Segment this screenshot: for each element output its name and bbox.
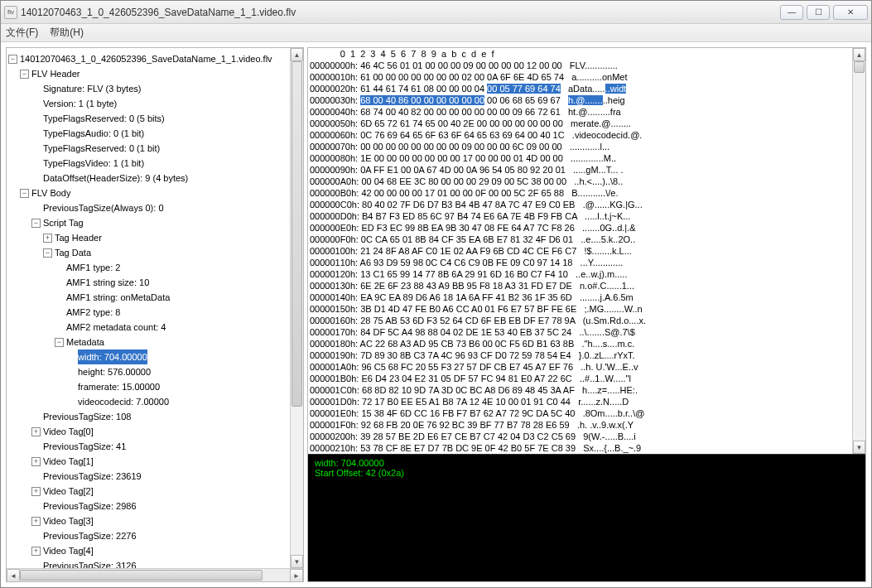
tree-script-tag[interactable]: −Script Tag	[8, 215, 288, 230]
expander-icon[interactable]: +	[31, 517, 41, 526]
tree-prev-tag-size[interactable]: PreviousTagSize: 108	[8, 409, 288, 424]
tree-flv-header-item[interactable]: Signature: FLV (3 bytes)	[8, 81, 288, 96]
expander-icon[interactable]: +	[31, 487, 41, 496]
tree-tag-data-item[interactable]: AMF1 string size: 10	[8, 275, 288, 290]
tree-video-tag[interactable]: +Video Tag[3]	[8, 513, 288, 528]
tree-flv-header-item[interactable]: TypeFlagsReserved: 0 (5 bits)	[8, 111, 288, 126]
info-offset: Start Offset: 42 (0x2a)	[315, 468, 859, 478]
tree-scroll-down[interactable]: ▼	[291, 555, 303, 568]
expander-icon[interactable]: −	[20, 189, 29, 198]
window-title: 14012070463_1_0_426052396_SaveDataName_1…	[21, 7, 780, 18]
info-width: width: 704.00000	[315, 458, 859, 468]
tree-metadata-item[interactable]: width: 704.00000	[8, 349, 288, 364]
tree-metadata-item[interactable]: height: 576.00000	[8, 364, 288, 379]
tree-video-tag[interactable]: +Video Tag[0]	[8, 424, 288, 439]
tree-flv-header[interactable]: −FLV Header	[8, 66, 288, 81]
hex-scroll-thumb[interactable]	[854, 61, 865, 73]
tree-flv-header-item[interactable]: TypeFlagsReserved: 0 (1 bit)	[8, 141, 288, 156]
tree-prev-tag-size[interactable]: PreviousTagSize: 3126	[8, 558, 288, 568]
expander-icon[interactable]: +	[31, 457, 41, 466]
expander-icon[interactable]: −	[20, 70, 29, 79]
tree-hscroll-right[interactable]: ►	[290, 569, 303, 582]
tree-prev-tag-size[interactable]: PreviousTagSize: 23619	[8, 469, 288, 484]
tree-scroll-track[interactable]	[291, 61, 303, 555]
tree-prev-tag-size[interactable]: PreviousTagSize: 41	[8, 439, 288, 454]
close-button[interactable]: ✕	[833, 5, 868, 20]
hex-scroll-down[interactable]: ▼	[853, 441, 865, 454]
expander-icon[interactable]: +	[43, 234, 52, 243]
tree-metadata-item[interactable]: framerate: 15.00000	[8, 379, 288, 394]
structure-tree[interactable]: −14012070463_1_0_426052396_SaveDataName_…	[7, 48, 290, 568]
hex-scroll-up[interactable]: ▲	[853, 48, 865, 61]
expander-icon[interactable]: +	[31, 547, 41, 556]
tree-hscroll-thumb[interactable]	[20, 570, 263, 581]
tree-tag-data-item[interactable]: AMF2 metadata count: 4	[8, 320, 288, 335]
tree-hscroll-left[interactable]: ◄	[7, 569, 20, 582]
tree-prev-tag-size-0[interactable]: PreviousTagSize(Always 0): 0	[8, 200, 288, 215]
tree-tag-data[interactable]: −Tag Data	[8, 245, 288, 260]
tree-flv-header-item[interactable]: TypeFlagsAudio: 0 (1 bit)	[8, 126, 288, 141]
tree-video-tag[interactable]: +Video Tag[1]	[8, 454, 288, 469]
tree-flv-header-item[interactable]: DataOffset(HeaderSize): 9 (4 bytes)	[8, 171, 288, 186]
hex-view[interactable]: 0 1 2 3 4 5 6 7 8 9 a b c d e f 00000000…	[308, 48, 852, 454]
tree-video-tag[interactable]: +Video Tag[2]	[8, 484, 288, 499]
tree-flv-header-item[interactable]: TypeFlagsVideo: 1 (1 bit)	[8, 156, 288, 171]
tree-tag-data-item[interactable]: AMF2 type: 8	[8, 305, 288, 320]
tree-video-tag[interactable]: +Video Tag[4]	[8, 543, 288, 558]
tree-tag-header[interactable]: +Tag Header	[8, 230, 288, 245]
tree-prev-tag-size[interactable]: PreviousTagSize: 2986	[8, 499, 288, 513]
tree-metadata-item[interactable]: videocodecid: 7.00000	[8, 394, 288, 409]
minimize-button[interactable]: —	[780, 5, 803, 20]
tree-hscroll-track[interactable]	[20, 569, 290, 581]
expander-icon[interactable]: −	[43, 248, 52, 258]
menu-file[interactable]: 文件(F)	[6, 26, 38, 40]
info-panel: width: 704.00000 Start Offset: 42 (0x2a)	[308, 454, 865, 581]
expander-icon[interactable]: −	[8, 55, 17, 64]
tree-metadata[interactable]: −Metadata	[8, 335, 288, 349]
app-icon: flv	[4, 6, 17, 19]
menu-help[interactable]: 帮助(H)	[50, 26, 84, 40]
tree-prev-tag-size[interactable]: PreviousTagSize: 2276	[8, 528, 288, 543]
expander-icon[interactable]: −	[55, 338, 64, 347]
maximize-button[interactable]: ☐	[807, 5, 830, 20]
tree-scroll-up[interactable]: ▲	[291, 48, 303, 61]
tree-flv-body[interactable]: −FLV Body	[8, 186, 288, 200]
expander-icon[interactable]: −	[31, 219, 41, 228]
tree-flv-header-item[interactable]: Version: 1 (1 byte)	[8, 96, 288, 111]
expander-icon[interactable]: +	[31, 427, 41, 436]
hex-scroll-track[interactable]	[853, 61, 865, 441]
tree-root[interactable]: −14012070463_1_0_426052396_SaveDataName_…	[8, 51, 288, 66]
tree-tag-data-item[interactable]: AMF1 string: onMetaData	[8, 290, 288, 305]
tree-scroll-thumb[interactable]	[291, 61, 302, 407]
tree-tag-data-item[interactable]: AMF1 type: 2	[8, 260, 288, 275]
